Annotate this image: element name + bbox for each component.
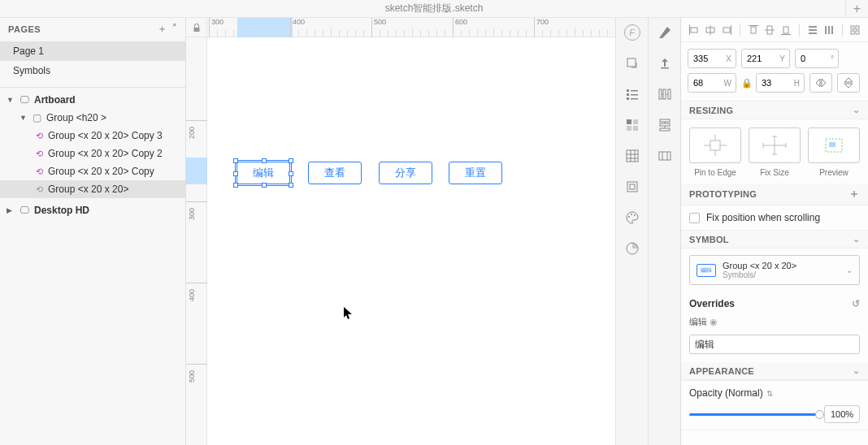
- layer-symbol-instance[interactable]: ⟲ Group <x 20 x 20> Copy 2: [0, 145, 185, 162]
- button-label: 编辑: [253, 166, 274, 180]
- align-bottom-icon[interactable]: [779, 24, 792, 37]
- left-sidebar: PAGES ＋ ˄ Page 1 Symbols ▼ 🖵 Artboard ▼ …: [0, 18, 186, 445]
- artboard-icon: 🖵: [20, 94, 29, 106]
- override-text-field[interactable]: 编辑: [689, 335, 860, 354]
- vector-edit-icon[interactable]: [655, 23, 675, 42]
- canvas-button[interactable]: 重置: [449, 162, 502, 184]
- resize-preview[interactable]: [808, 127, 860, 163]
- plugin-brand-icon[interactable]: F: [623, 23, 642, 42]
- add-prototype-icon[interactable]: ＋: [848, 187, 860, 201]
- button-label: 查看: [324, 166, 345, 180]
- distribute-h-icon[interactable]: [822, 24, 835, 37]
- svg-rect-8: [633, 119, 638, 124]
- document-title: sketch智能排版.sketch: [385, 2, 484, 15]
- table-icon[interactable]: [623, 146, 642, 166]
- svg-rect-1: [627, 89, 629, 92]
- layer-symbol-instance[interactable]: ⟲ Group <x 20 x 20> Copy 3: [0, 127, 185, 145]
- appearance-header[interactable]: APPEARANCE ⌄: [681, 362, 868, 380]
- svg-rect-5: [627, 97, 629, 100]
- distribute-v-icon[interactable]: [806, 24, 819, 37]
- layer-artboard[interactable]: ▼ 🖵 Artboard: [0, 91, 185, 109]
- svg-point-15: [631, 214, 632, 215]
- canvas-button[interactable]: 编辑: [237, 162, 290, 184]
- opacity-stepper-icon[interactable]: ⇅: [766, 389, 773, 398]
- symbol-header[interactable]: SYMBOL ⌄: [681, 231, 868, 248]
- plugin-toolbar: F: [615, 18, 648, 445]
- tidy-icon[interactable]: [849, 24, 861, 37]
- svg-rect-41: [825, 26, 827, 34]
- collapse-pages-icon[interactable]: ˄: [172, 23, 178, 35]
- add-page-icon[interactable]: ＋: [158, 23, 167, 35]
- svg-rect-28: [710, 25, 711, 35]
- ruler-origin[interactable]: [186, 18, 207, 37]
- upload-icon[interactable]: [655, 54, 675, 73]
- prototyping-header[interactable]: PROTOTYPING ＋: [681, 184, 868, 205]
- align-top-icon[interactable]: [747, 24, 760, 37]
- component-icon[interactable]: [623, 177, 642, 197]
- ruler-selection-highlight: [237, 18, 293, 37]
- opacity-slider[interactable]: [689, 413, 819, 416]
- distribute-cols-icon[interactable]: [655, 84, 675, 104]
- horizontal-ruler[interactable]: 300 400 500 600 700: [207, 18, 615, 37]
- symbol-name: Group <x 20 x 20>: [723, 261, 796, 270]
- svg-rect-31: [723, 28, 730, 32]
- override-field-label: 编辑 ◉: [681, 313, 868, 331]
- new-tab-button[interactable]: +: [845, 0, 868, 18]
- layer-group[interactable]: ▼ ▢ Group <h20 >: [0, 109, 185, 127]
- fix-position-checkbox[interactable]: [689, 213, 700, 223]
- ruler-selection-highlight: [186, 158, 207, 184]
- distribute-rows-icon[interactable]: [655, 115, 675, 135]
- svg-rect-44: [851, 26, 854, 29]
- pin-to-edge-control[interactable]: [689, 127, 741, 163]
- svg-rect-19: [659, 89, 662, 99]
- canvas-area[interactable]: 300 400 500 600 700 200 300 400 500 编辑 查…: [186, 18, 615, 445]
- align-center-h-icon[interactable]: [704, 24, 717, 37]
- page-item[interactable]: Symbols: [0, 61, 185, 80]
- height-field[interactable]: H: [756, 73, 805, 93]
- canvas-button[interactable]: 分享: [379, 162, 432, 184]
- resizing-header[interactable]: RESIZING ⌄: [681, 102, 868, 119]
- symbol-icon: ⟲: [36, 184, 43, 195]
- overrides-label: Overrides: [689, 298, 735, 309]
- svg-rect-39: [809, 29, 817, 31]
- reset-overrides-icon[interactable]: ↺: [852, 298, 860, 309]
- opacity-value-field[interactable]: 100%: [824, 405, 860, 423]
- ruler-tick: 400: [186, 283, 207, 292]
- pie-chart-icon[interactable]: [623, 239, 642, 258]
- list-view-icon[interactable]: [623, 84, 642, 104]
- rotation-field[interactable]: °: [795, 49, 839, 68]
- flip-vertical-button[interactable]: [837, 73, 860, 93]
- svg-point-14: [628, 216, 630, 218]
- arrange-icon[interactable]: [655, 146, 675, 166]
- svg-rect-45: [856, 26, 859, 29]
- grid-large-icon[interactable]: [623, 115, 642, 135]
- layer-symbol-instance[interactable]: ⟲ Group <x 20 x 20> Copy: [0, 162, 185, 180]
- insert-icon[interactable]: [623, 54, 642, 73]
- vertical-ruler[interactable]: 200 300 400 500: [186, 37, 207, 445]
- layer-symbol-instance[interactable]: ⟲ Group <x 20 x 20>: [0, 180, 185, 198]
- chevron-down-icon: ⌄: [853, 105, 860, 115]
- svg-rect-20: [663, 89, 666, 99]
- alignment-toolbar: [681, 18, 868, 42]
- chevron-down-icon: ⌄: [853, 234, 860, 244]
- palette-icon[interactable]: [623, 208, 642, 227]
- svg-rect-3: [627, 93, 629, 96]
- y-field[interactable]: Y: [741, 49, 790, 68]
- align-right-icon[interactable]: [720, 24, 733, 37]
- layer-artboard[interactable]: ▶ 🖵 Desktop HD: [0, 201, 185, 219]
- button-label: 重置: [465, 166, 486, 180]
- fix-size-control[interactable]: [749, 127, 801, 163]
- lock-aspect-icon[interactable]: 🔒: [741, 78, 751, 89]
- flip-horizontal-button[interactable]: [809, 73, 832, 93]
- page-item[interactable]: Page 1: [0, 41, 185, 61]
- x-field[interactable]: X: [688, 49, 736, 68]
- width-field[interactable]: W: [688, 73, 736, 93]
- canvas[interactable]: 编辑 查看 分享 重置: [207, 37, 615, 445]
- svg-rect-26: [689, 25, 690, 35]
- align-left-icon[interactable]: [688, 24, 701, 37]
- lock-icon: [193, 24, 201, 32]
- svg-rect-56: [829, 142, 835, 147]
- canvas-button[interactable]: 查看: [308, 162, 362, 184]
- align-center-v-icon[interactable]: [763, 24, 776, 37]
- symbol-picker[interactable]: 编辑 Group <x 20 x 20> Symbols/ ⌄: [689, 255, 860, 285]
